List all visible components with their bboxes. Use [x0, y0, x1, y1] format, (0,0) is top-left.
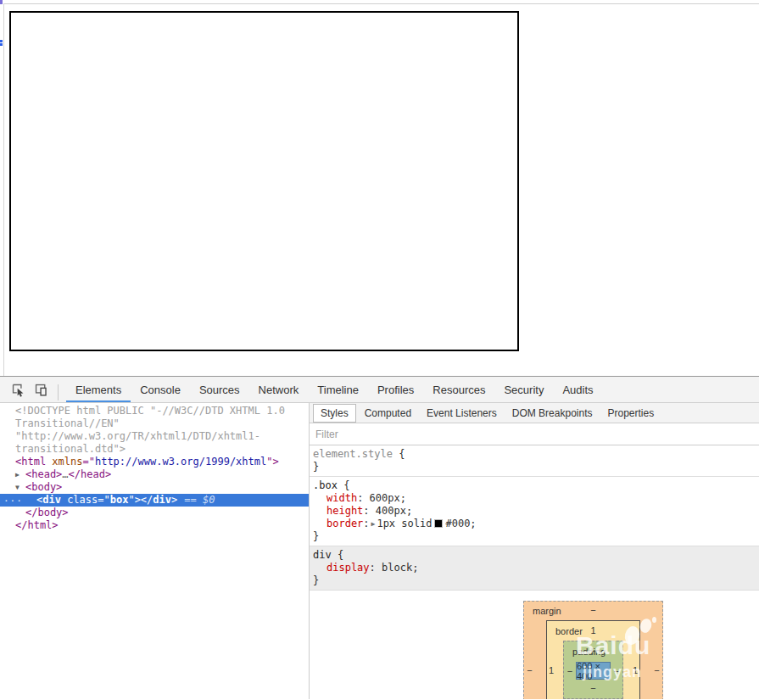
devtools-panel: Elements Console Sources Network Timelin…	[0, 376, 759, 700]
dom-row-doctype[interactable]: Transitional//EN"	[0, 417, 309, 430]
tab-security[interactable]: Security	[494, 377, 553, 402]
border-label: border	[555, 626, 583, 636]
tab-event-listeners[interactable]: Event Listeners	[420, 405, 504, 422]
tab-dom-breakpoints[interactable]: DOM Breakpoints	[505, 405, 600, 422]
toolbar-divider	[58, 384, 59, 400]
webpage-viewport	[0, 0, 759, 376]
border-left-value[interactable]: 1	[547, 665, 555, 675]
css-rules: element.style { } .box { width: 600px; h…	[310, 445, 759, 591]
dom-row-body-close[interactable]: </body>	[0, 507, 309, 519]
sidebar-tab-bar: Styles Computed Event Listeners DOM Brea…	[310, 403, 759, 423]
edge-artifact	[0, 40, 3, 42]
dom-row-doctype[interactable]: transitional.dtd">	[0, 443, 309, 456]
dom-row-doctype[interactable]: <!DOCTYPE html PUBLIC "-//W3C//DTD XHTML…	[0, 405, 309, 417]
dom-row-head[interactable]: ▶<head>…</head>	[0, 468, 309, 481]
window-edge-line-left	[3, 3, 4, 376]
edge-artifact	[0, 0, 3, 4]
tab-timeline[interactable]: Timeline	[308, 377, 368, 402]
devtools-toolbar: Elements Console Sources Network Timelin…	[0, 377, 759, 403]
padding-top-value[interactable]: −	[590, 646, 595, 656]
metrics-pane: margin− − border1 1 padding−	[310, 591, 759, 699]
more-actions-icon[interactable]: ...	[3, 492, 23, 505]
tab-resources[interactable]: Resources	[423, 377, 494, 402]
box-model-diagram: margin− − border1 1 padding−	[523, 601, 663, 699]
content-size-value: 600 × 400	[577, 661, 610, 681]
styles-sidebar: Styles Computed Event Listeners DOM Brea…	[310, 403, 759, 699]
styles-filter-input[interactable]	[315, 428, 737, 440]
rule-element-style[interactable]: element.style { }	[310, 445, 759, 477]
devtools-tab-bar: Elements Console Sources Network Timelin…	[66, 377, 603, 402]
box-model-margin[interactable]: margin− − border1 1 padding−	[523, 601, 663, 699]
styles-filter-row	[310, 423, 759, 445]
edge-artifact	[0, 43, 3, 46]
border-right-value[interactable]: 1	[631, 665, 639, 675]
tab-profiles[interactable]: Profiles	[368, 377, 423, 402]
box-model-content[interactable]: 600 × 400	[576, 662, 611, 680]
tab-computed[interactable]: Computed	[358, 405, 418, 422]
tab-console[interactable]: Console	[131, 377, 190, 402]
margin-right-value[interactable]: −	[651, 665, 662, 675]
padding-left-value[interactable]: −	[564, 666, 576, 676]
box-model-padding[interactable]: padding− − 600 × 400 − −	[563, 641, 623, 699]
window-edge-line	[4, 3, 759, 4]
expand-shorthand-icon[interactable]: ▶	[371, 520, 376, 528]
device-toolbar-icon[interactable]	[33, 382, 48, 397]
margin-top-value[interactable]: −	[590, 605, 595, 615]
margin-label: margin	[533, 606, 561, 616]
padding-bottom-value[interactable]: −	[590, 683, 595, 693]
color-swatch-black[interactable]	[434, 519, 443, 528]
inspect-element-icon[interactable]	[10, 382, 25, 397]
tab-network[interactable]: Network	[249, 377, 309, 402]
dom-row-body-open[interactable]: ▼<body>	[0, 481, 309, 494]
tab-styles[interactable]: Styles	[313, 404, 356, 423]
rendered-box-element	[9, 11, 519, 351]
margin-left-value[interactable]: −	[524, 665, 535, 675]
rule-div-user-agent[interactable]: div { display: block; }	[310, 546, 759, 591]
watermark-balloon-icon	[652, 617, 656, 623]
padding-label: padding	[572, 647, 606, 657]
dom-row-div-box-selected[interactable]: ...<div class="box"></div>== $0	[0, 494, 309, 507]
tab-properties[interactable]: Properties	[600, 405, 661, 422]
dom-tree: <!DOCTYPE html PUBLIC "-//W3C//DTD XHTML…	[0, 403, 310, 699]
css-prop-height[interactable]: height: 400px;	[313, 505, 756, 518]
dom-row-html-close[interactable]: </html>	[0, 519, 309, 532]
tab-sources[interactable]: Sources	[190, 377, 249, 402]
tab-audits[interactable]: Audits	[553, 377, 602, 402]
css-prop-width[interactable]: width: 600px;	[313, 492, 756, 505]
tab-elements[interactable]: Elements	[66, 377, 131, 402]
css-prop-display[interactable]: display: block;	[313, 562, 756, 574]
dom-row-doctype[interactable]: "http://www.w3.org/TR/xhtml1/DTD/xhtml1-	[0, 430, 309, 443]
border-top-value[interactable]: 1	[590, 625, 595, 636]
rule-box[interactable]: .box { width: 600px; height: 400px; bord…	[310, 477, 759, 546]
dom-row-html-open[interactable]: <html xmlns="http://www.w3.org/1999/xhtm…	[0, 456, 309, 468]
padding-right-value[interactable]: −	[611, 666, 622, 676]
tree-collapsed-icon[interactable]: ▶	[15, 468, 25, 481]
css-prop-border[interactable]: border:▶1px solid#000;	[313, 518, 756, 530]
dollar-zero-hint: == $0	[184, 494, 215, 506]
